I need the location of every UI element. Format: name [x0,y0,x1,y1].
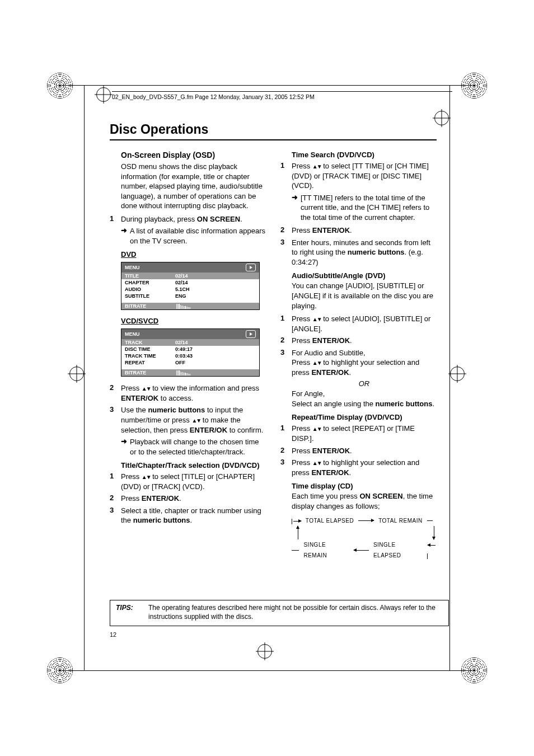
bitrate-label: BITRATE [125,370,175,375]
text: Use the [121,406,148,414]
osd-bitrate-row: BITRATE [121,303,259,309]
osd-value: 02/14 [175,340,188,345]
cycle-label: TOTAL ELAPSED [306,515,354,526]
step-3: 3 Use the numeric buttons to input the n… [110,405,266,435]
step-body: Press ENTER/OK. [121,494,266,504]
text: Press [292,458,312,467]
step-body: Press ▲▼ to select [TT TIME] or [CH TIME… [292,161,437,191]
ts-step-1: 1 Press ▲▼ to select [TT TIME] or [CH TI… [280,161,437,191]
cycle-row-bottom: SINGLE REMAIN SINGLE ELAPSED [292,539,437,561]
text: Press [292,424,312,433]
osd-label: REPEAT [125,360,175,365]
asa-heading: Audio/Subtitle/Angle (DVD) [292,271,437,280]
step-number: 2 [280,446,292,456]
print-header-text: 02_EN_body_DVD-S557_G.fm Page 12 Monday,… [112,93,315,100]
step-body: During playback, press ON SCREEN. [121,214,266,224]
text: . [179,494,181,503]
osd-label: DISC TIME [125,346,175,352]
osd-row: REPEATOFF [121,359,259,366]
step-number: 3 [110,405,121,435]
step-number: 2 [110,383,121,403]
text: . [350,336,352,345]
cycle-label: SINGLE REMAIN [303,539,349,561]
text: . [190,516,193,524]
up-down-icon: ▲▼ [312,426,321,432]
asa-intro: You can change [AUDIO], [SUBTITLE] or [A… [292,281,437,311]
up-down-icon: ▲▼ [142,474,151,480]
button-label: numeric buttons [148,406,205,414]
text: to confirm. [227,426,263,434]
osd-row: AUDIO5.1CH [121,286,259,293]
arrow-icon: ➜ [121,437,130,457]
step-number: 1 [110,214,121,224]
page-title: Disc Operations [110,122,437,137]
td-heading: Time display (CD) [292,482,437,490]
menu-label: MENU [125,331,140,337]
button-label: ENTER/OK [121,394,158,402]
text: Press [121,384,142,392]
text: to access. [158,394,193,402]
button-label: ENTER/OK [312,336,350,345]
arrow-icon: ➜ [121,226,130,246]
text: Select an angle using the numeric button… [292,399,437,409]
text: Press [292,336,312,345]
text: . [349,368,352,377]
tips-text: The operating features described here mi… [148,604,443,621]
step-number: 3 [280,348,292,378]
text: . [350,447,352,455]
osd-dvd-box: MENU TITLE02/14 CHAPTER02/14 AUDIO5.1CH … [121,262,260,310]
page-number: 12 [110,631,116,638]
step-body: Press ENTER/OK. [292,336,437,346]
step-number: 1 [280,424,292,443]
step-body: Press ▲▼ to select [TITLE] or [CHAPTER] … [121,472,266,491]
step-1: 1 During playback, press ON SCREEN. [110,214,266,224]
osd-value: ENG [175,293,186,299]
arrow-icon: ➜ [292,193,301,223]
osd-vcd-box: MENU TRACK02/14 DISC TIME0:49:17 TRACK T… [121,328,260,377]
osd-value: 0:49:17 [175,346,193,352]
button-label: numeric buttons [133,516,190,524]
step-body: Press ENTER/OK. [292,446,437,456]
arrow-left-icon [354,550,369,551]
text: For Angle, [292,389,437,399]
arrow-down-icon [434,526,434,539]
result-arrow: ➜ A list of available disc information a… [121,226,266,246]
frame-line [84,85,85,671]
ts-step-3: 3 Enter hours, minutes and seconds from … [280,238,437,267]
rt-step-1: 1 Press ▲▼ to select [REPEAT] or [TIME D… [280,424,437,443]
osd-label: TITLE [125,273,175,279]
step-body: Press ▲▼ to view the information and pre… [121,383,266,403]
tct-step-3: 3 Select a title, chapter or track numbe… [110,506,266,525]
step-number: 3 [110,506,121,525]
button-label: numeric buttons [376,400,433,408]
osd-value: 0:03:43 [175,353,193,359]
cycle-label: TOTAL REMAIN [378,515,423,526]
osd-bitrate-row: BITRATE [121,369,259,376]
step-number: 1 [280,314,292,334]
asa-step-3: 3 For Audio and Subtitle, Press ▲▼ to hi… [280,348,437,378]
osd-label: SUBTITLE [125,293,175,299]
osd-value: 02/14 [175,280,188,285]
result-text: A list of available disc information app… [130,226,266,246]
crosshair-head [96,87,111,102]
osd-row: TRACK TIME0:03:43 [121,353,259,359]
osd-row: DISC TIME0:49:17 [121,346,259,353]
crosshair-right [450,367,465,381]
arrow-right-icon [292,515,301,526]
text: . [240,215,242,223]
arrow-right-icon [358,520,374,521]
connector-line [292,550,299,551]
osd-intro: OSD menu shows the disc playback informa… [121,162,266,211]
ts-heading: Time Search (DVD/VCD) [292,151,437,159]
arrow-left-icon [428,539,437,561]
rt-heading: Repeat/Time Display (DVD/VCD) [292,413,437,421]
tips-label: TIPS: [116,604,140,621]
osd-label: TRACK TIME [125,353,175,359]
play-icon [246,330,256,338]
step-body: Enter hours, minutes and seconds from le… [292,238,437,267]
ts-step-2: 2 Press ENTER/OK. [280,226,437,236]
button-label: ENTER/OK [190,426,227,434]
crosshair-left [69,367,84,381]
osd-row: TRACK02/14 [121,339,259,346]
tct-heading: Title/Chapter/Track selection (DVD/VCD) [121,461,266,469]
